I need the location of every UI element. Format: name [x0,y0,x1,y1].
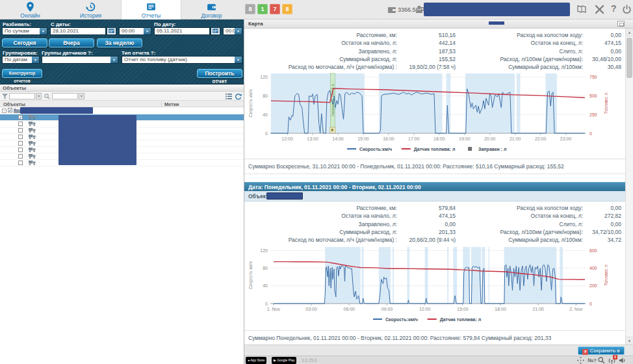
stat-value: 30,48/10,00 [583,55,621,63]
x-tick: 18:00 [495,307,506,311]
object-checkbox[interactable] [18,141,23,146]
tab-contract[interactable]: Договор [181,0,242,20]
stat-label: Расход на холостом ходу: [456,31,583,39]
x-tick: 21:00 [532,307,544,311]
stat-label: Суммарный расход, л: [248,55,397,63]
stat-value: 474,15 [397,212,456,220]
status-badge[interactable]: 1 [257,4,268,14]
move-map-icon[interactable] [577,357,584,364]
zoom-search-icon[interactable] [598,357,605,364]
week-button[interactable]: За неделю [97,38,142,47]
stat-value: 0,00 [583,47,621,55]
stat-value: 0,00 [583,220,621,228]
x-tick: 03:00 [305,307,317,311]
status-badge[interactable]: 8 [245,4,255,14]
stat-label: Расход, л/100км (датчик/норма): [456,228,583,236]
stat-label: Остаток на начало, л: [248,212,397,220]
guide-book-icon[interactable] [577,5,587,14]
collapse-expander[interactable]: − [2,109,6,113]
today-button[interactable]: Сегодня [2,38,47,47]
grouping-select[interactable]: По датам▼ [2,56,40,64]
sensor-groups-select[interactable]: ▼ [42,56,118,64]
object-checkbox[interactable] [18,135,23,139]
object-checkbox[interactable] [18,154,23,159]
to-time-select[interactable]: 00:00▼ [223,27,242,35]
map-collapsed-bar[interactable]: Карта [244,20,633,29]
list-view-icon[interactable] [226,94,232,99]
from-calendar-button[interactable] [107,27,116,35]
clear-filter-button[interactable]: ✕ [36,93,42,99]
object-checkbox[interactable]: ✓ [18,115,23,120]
top-navigation-bar: Онлайн История Отчеты Договор 8 1 7 8 33… [0,0,633,20]
tree-row-group[interactable]: − ✓ [0,107,244,114]
stat-label: Расстояние, км: [248,31,397,39]
history-icon [85,1,96,12]
chevron-down-icon: ▼ [40,28,47,34]
column-labels[interactable]: Метки [161,101,179,107]
user-name-redacted[interactable] [424,3,570,16]
objects-filter-input[interactable] [9,93,35,99]
object-names-redacted [58,115,136,165]
object-checkbox[interactable] [18,161,23,165]
stat-label: Расход на холостом ходу: [456,204,583,212]
google-play-badge[interactable]: ▶ Google Play [272,357,296,364]
tab-label: Договор [181,12,242,19]
object-name-redacted [266,192,303,200]
speed-fuel-chart-day2: 0408012002004006001. Nov03:0006:0009:001… [247,243,626,325]
column-objects[interactable]: Объекты [3,101,25,107]
from-date-input[interactable]: 28.10.2021 [50,27,106,35]
object-checkbox[interactable] [18,128,23,133]
report-scrollbar[interactable]: ▲ ▼ [625,29,633,344]
speed-fuel-chart-day1: Заправка: 187,5 л04080120025050075012:00… [247,70,626,155]
refresh-icon[interactable] [235,93,242,100]
truck-icon [29,121,36,127]
to-date-input[interactable]: 05.11.2021 [154,27,210,35]
status-badges: 8 1 7 8 [245,4,292,14]
scroll-up-arrow[interactable]: ▲ [626,29,633,36]
stat-label: Расстояние, км: [248,204,397,212]
object-checkbox[interactable] [18,122,23,126]
tab-reports[interactable]: Отчеты [121,0,181,20]
split-select[interactable]: По суткам▼ [2,27,47,35]
build-report-button[interactable]: Построить отчет [197,69,242,78]
yesterday-button[interactable]: Вчера [49,38,94,47]
grouping-value: По датам [5,57,27,62]
object-row: Объект: [244,191,626,202]
app-store-badge[interactable]: ● App Store [246,357,266,364]
scroll-down-arrow[interactable]: ▼ [626,337,633,344]
status-badge[interactable]: 7 [270,4,280,14]
tab-label: Онлайн [0,12,60,19]
events-antenna-icon[interactable]: 3 [608,357,615,364]
objects-search-input[interactable] [52,93,78,99]
report-constructor-button[interactable]: Конструктор отчетов [2,69,42,78]
help-icon[interactable]: ? [611,3,617,14]
y-right-tick: 0 [589,131,592,136]
save-pdf-button[interactable]: PСохранить в PDF [578,346,625,355]
sound-icon[interactable] [619,357,626,364]
address-search-icon[interactable]: №? [588,357,595,364]
tab-history[interactable]: История [60,0,121,20]
stat-value: 187,53 [397,47,456,55]
group-checkbox[interactable]: ✓ [8,108,12,112]
x-tick: 22:00 [535,136,547,141]
from-time-select[interactable]: 00:00▼ [119,27,151,35]
truck-icon [29,127,36,133]
x-tick: 23:00 [560,136,572,141]
object-checkbox[interactable] [18,148,23,152]
to-calendar-button[interactable] [211,27,220,35]
left-panel: Разбивать: С даты: По дату: По суткам▼ 2… [0,20,244,364]
tab-online[interactable]: Онлайн [0,0,60,20]
x-tick: 12:00 [281,136,293,141]
logout-power-icon[interactable] [622,5,632,14]
scrollbar-thumb[interactable] [627,38,632,78]
stat-label: Расход, л/100км (датчик/норма): [456,55,583,63]
tab-label: История [60,12,121,19]
settings-wrench-icon[interactable] [595,5,604,14]
pdf-icon: P [582,349,588,355]
user-icon [415,5,423,14]
status-badge[interactable]: 8 [282,4,292,14]
report-type-select[interactable]: Отчет по топливу (датчик)▼ [122,56,242,64]
expand-panel-icon[interactable] [617,21,625,27]
legend-label: Скорость:км/ч [385,317,418,322]
clear-search-button[interactable]: ✕ [79,93,84,99]
